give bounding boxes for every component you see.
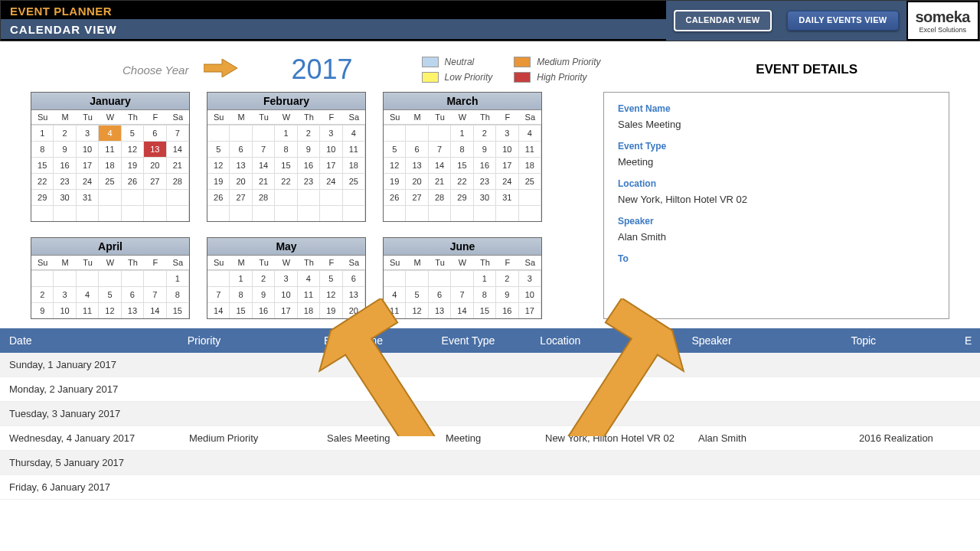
calendar-day[interactable] [384, 205, 406, 221]
calendar-day[interactable]: 14 [429, 157, 451, 173]
calendar-day[interactable]: 21 [429, 173, 451, 189]
col-date[interactable]: Date [5, 334, 183, 347]
calendar-day[interactable]: 28 [167, 173, 189, 189]
calendar-day[interactable]: 16 [54, 157, 76, 173]
calendar-day[interactable]: 7 [207, 286, 230, 302]
calendar-day[interactable] [167, 189, 189, 205]
calendar-day[interactable]: 23 [298, 173, 320, 189]
calendar-day[interactable] [207, 125, 230, 141]
calendar-day[interactable]: 14 [451, 302, 473, 318]
table-row[interactable]: Sunday, 1 January 2017 [0, 353, 980, 377]
calendar-day[interactable]: 21 [253, 173, 275, 189]
calendar-day[interactable]: 3 [77, 125, 99, 141]
calendar-day[interactable]: 9 [298, 141, 320, 157]
calendar-day[interactable] [429, 205, 451, 221]
calendar-day[interactable] [253, 125, 275, 141]
calendar-day[interactable]: 4 [519, 125, 541, 141]
calendar-day[interactable] [122, 270, 144, 286]
calendar-day[interactable]: 11 [298, 286, 320, 302]
calendar-day[interactable]: 6 [122, 286, 144, 302]
calendar-day[interactable]: 7 [167, 125, 189, 141]
calendar-day[interactable]: 14 [207, 302, 230, 318]
calendar-day[interactable]: 11 [519, 141, 541, 157]
calendar-day[interactable]: 9 [474, 141, 496, 157]
calendar-day[interactable]: 1 [474, 270, 496, 286]
calendar-day[interactable]: 26 [384, 189, 406, 205]
calendar-day[interactable]: 15 [275, 157, 297, 173]
calendar-day[interactable]: 18 [298, 302, 320, 318]
calendar-day[interactable] [451, 270, 473, 286]
col-extra[interactable]: E [960, 334, 975, 347]
calendar-day[interactable]: 16 [298, 157, 320, 173]
calendar-day[interactable] [451, 205, 473, 221]
calendar-day[interactable]: 8 [230, 286, 252, 302]
calendar-day[interactable] [144, 189, 166, 205]
col-speaker[interactable]: Speaker [687, 334, 846, 347]
calendar-day[interactable]: 29 [31, 189, 54, 205]
col-location[interactable]: Location [535, 334, 687, 347]
calendar-day[interactable] [77, 205, 99, 221]
calendar-day[interactable] [207, 270, 230, 286]
daily-events-button[interactable]: DAILY EVENTS VIEW [787, 11, 898, 30]
calendar-day[interactable]: 9 [253, 286, 275, 302]
calendar-day[interactable]: 1 [167, 270, 189, 286]
calendar-day[interactable] [298, 189, 320, 205]
calendar-day[interactable] [54, 270, 76, 286]
calendar-day[interactable]: 16 [253, 302, 275, 318]
calendar-day[interactable]: 29 [451, 189, 473, 205]
calendar-day[interactable]: 30 [54, 189, 76, 205]
calendar-day[interactable]: 15 [31, 157, 54, 173]
calendar-day[interactable] [496, 205, 518, 221]
table-row[interactable]: Wednesday, 4 January 2017Medium Priority… [0, 426, 980, 451]
calendar-day[interactable]: 17 [519, 302, 541, 318]
calendar-day[interactable]: 8 [275, 141, 297, 157]
calendar-day[interactable] [298, 205, 320, 221]
calendar-day[interactable] [99, 205, 121, 221]
calendar-day[interactable]: 4 [298, 270, 320, 286]
calendar-day[interactable] [519, 205, 541, 221]
calendar-day[interactable]: 1 [275, 125, 297, 141]
table-row[interactable]: Friday, 6 January 2017 [0, 475, 980, 500]
calendar-day[interactable] [343, 189, 365, 205]
calendar-day[interactable]: 24 [496, 173, 518, 189]
calendar-day[interactable]: 8 [31, 141, 54, 157]
calendar-day[interactable]: 3 [320, 125, 342, 141]
calendar-day[interactable]: 23 [54, 173, 76, 189]
calendar-day[interactable]: 6 [144, 125, 166, 141]
calendar-day[interactable] [230, 125, 252, 141]
calendar-day[interactable] [384, 125, 406, 141]
calendar-day[interactable]: 5 [99, 286, 121, 302]
calendar-day[interactable]: 12 [384, 157, 406, 173]
calendar-day[interactable]: 2 [31, 286, 54, 302]
calendar-day[interactable]: 12 [122, 141, 144, 157]
calendar-day[interactable]: 12 [207, 157, 230, 173]
calendar-day[interactable]: 10 [275, 286, 297, 302]
col-topic[interactable]: Topic [846, 334, 960, 347]
calendar-day[interactable] [429, 125, 451, 141]
calendar-day[interactable]: 16 [474, 157, 496, 173]
calendar-day[interactable]: 20 [406, 173, 428, 189]
calendar-day[interactable]: 27 [230, 189, 252, 205]
calendar-day[interactable]: 11 [99, 141, 121, 157]
calendar-day[interactable]: 4 [77, 286, 99, 302]
calendar-day[interactable]: 15 [167, 302, 189, 318]
calendar-day[interactable]: 8 [474, 286, 496, 302]
calendar-day[interactable]: 5 [207, 141, 230, 157]
calendar-day[interactable]: 11 [77, 302, 99, 318]
calendar-day[interactable]: 5 [320, 270, 342, 286]
calendar-day[interactable] [343, 205, 365, 221]
calendar-day[interactable]: 17 [77, 157, 99, 173]
calendar-day[interactable]: 6 [406, 141, 428, 157]
calendar-day[interactable] [122, 189, 144, 205]
calendar-day[interactable]: 13 [144, 141, 166, 157]
calendar-day[interactable]: 4 [99, 125, 121, 141]
calendar-day[interactable]: 10 [77, 141, 99, 157]
calendar-day[interactable]: 19 [122, 157, 144, 173]
calendar-day[interactable]: 20 [144, 157, 166, 173]
calendar-day[interactable]: 18 [519, 157, 541, 173]
calendar-view-button[interactable]: CALENDAR VIEW [674, 10, 773, 31]
table-row[interactable]: Tuesday, 3 January 2017 [0, 402, 980, 426]
calendar-day[interactable]: 5 [384, 141, 406, 157]
calendar-day[interactable]: 26 [207, 189, 230, 205]
calendar-day[interactable]: 7 [253, 141, 275, 157]
